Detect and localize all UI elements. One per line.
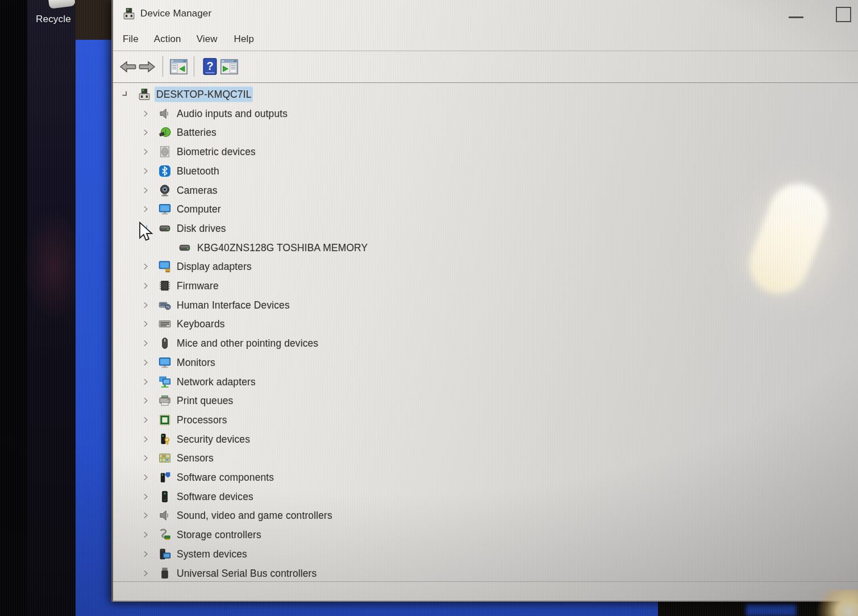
tree-item-sound-video-and-game-controllers[interactable]: Sound, video and game controllers [113,506,858,525]
minimize-button[interactable] [784,8,809,24]
tree-item-display-adapters[interactable]: Display adapters [113,257,858,276]
battery-icon [159,126,171,139]
tree-item-print-queues[interactable]: Print queues [113,391,858,410]
chevron-right-icon[interactable] [141,128,150,137]
tree-item-label[interactable]: Mice and other pointing devices [177,338,318,349]
chevron-right-icon[interactable] [141,550,150,558]
menu-action[interactable]: Action [154,34,181,45]
chevron-right-icon[interactable] [141,377,150,386]
photographed-screen: Recycle Device Manager FileActionViewHel… [0,0,858,616]
firmware-chip-icon [159,280,171,292]
tree-item-human-interface-devices[interactable]: Human Interface Devices [113,295,858,315]
chevron-right-icon[interactable] [141,282,150,290]
chevron-right-icon[interactable] [141,358,150,367]
chevron-right-icon[interactable] [141,415,150,424]
help-button[interactable]: ? [200,56,219,77]
security-key-icon [159,433,171,446]
tree-item-system-devices[interactable]: System devices [113,544,858,564]
tree-item-label[interactable]: Software components [177,472,274,484]
tree-item-label[interactable]: Human Interface Devices [177,299,290,311]
sensor-icon [159,452,171,464]
tree-item-desktop-kmqc7il[interactable]: DESKTOP-KMQC7IL [113,85,858,104]
disk-icon [159,222,171,235]
menu-help[interactable]: Help [234,34,254,45]
chevron-right-icon[interactable] [141,167,150,175]
tree-item-label[interactable]: Print queues [177,395,233,407]
tree-item-label[interactable]: Monitors [177,356,215,368]
tree-item-label[interactable]: Audio inputs and outputs [177,107,288,119]
chevron-right-icon[interactable] [141,186,150,194]
chevron-right-icon[interactable] [141,569,150,577]
tree-item-label[interactable]: Computer [177,203,221,215]
chevron-right-icon[interactable] [141,492,150,501]
recycle-bin-label[interactable]: Recycle [36,14,71,25]
tree-item-mice-and-other-pointing-devices[interactable]: Mice and other pointing devices [113,334,858,353]
tree-item-software-components[interactable]: Software components [113,468,858,487]
tree-item-label[interactable]: Batteries [177,127,216,139]
tree-item-audio-inputs-and-outputs[interactable]: Audio inputs and outputs [113,104,858,123]
tree-item-kbg40zns128g-toshiba-memory[interactable]: KBG40ZNS128G TOSHIBA MEMORY [113,238,858,257]
tree-item-label[interactable]: Biometric devices [177,146,256,158]
show-console-tree-button[interactable] [169,56,188,77]
back-button[interactable] [118,56,138,77]
tree-item-storage-controllers[interactable]: Storage controllers [113,525,858,544]
tree-item-software-devices[interactable]: Software devices [113,487,858,506]
tree-item-label[interactable]: Processors [177,414,227,426]
chevron-right-icon[interactable] [141,205,150,214]
tree-item-label[interactable]: DESKTOP-KMQC7IL [156,89,251,101]
action-pane-button[interactable] [219,56,239,77]
tree-item-label[interactable]: Storage controllers [177,529,261,541]
tree-item-label[interactable]: Bluetooth [177,165,219,177]
tree-item-batteries[interactable]: Batteries [113,123,858,142]
svg-text:?: ? [206,60,213,72]
tree-item-biometric-devices[interactable]: Biometric devices [113,142,858,161]
tree-item-keyboards[interactable]: Keyboards [113,314,858,334]
keyboard-icon [159,318,171,330]
tree-item-label[interactable]: Display adapters [177,261,252,273]
forward-button[interactable] [138,56,157,77]
tree-item-label[interactable]: Security devices [177,433,250,445]
tree-item-label[interactable]: Network adapters [177,376,256,388]
tree-item-label[interactable]: KBG40ZNS128G TOSHIBA MEMORY [197,242,368,253]
chevron-right-icon[interactable] [141,301,150,309]
tree-item-label[interactable]: System devices [177,548,247,560]
chevron-right-icon[interactable] [141,320,150,328]
tree-item-label[interactable]: Sound, video and game controllers [177,510,332,522]
chevron-expanded-hover-icon[interactable] [141,224,150,232]
tree-item-security-devices[interactable]: Security devices [113,430,858,449]
chevron-right-icon[interactable] [141,473,150,482]
tree-item-sensors[interactable]: Sensors [113,448,858,468]
tree-item-network-adapters[interactable]: Network adapters [113,372,858,392]
chevron-right-icon[interactable] [141,511,150,520]
chevron-right-icon[interactable] [141,435,150,443]
tree-item-universal-serial-bus-controllers[interactable]: Universal Serial Bus controllers [113,564,858,582]
chevron-right-icon[interactable] [141,454,150,463]
tree-item-label[interactable]: Disk drives [177,222,226,234]
tree-item-processors[interactable]: Processors [113,410,858,430]
tree-item-label[interactable]: Cameras [177,184,218,196]
chevron-right-icon[interactable] [141,148,150,156]
tree-item-bluetooth[interactable]: Bluetooth [113,161,858,181]
tree-item-monitors[interactable]: Monitors [113,353,858,372]
maximize-button[interactable] [831,3,855,25]
tree-item-firmware[interactable]: Firmware [113,276,858,295]
tree-item-disk-drives[interactable]: Disk drives [113,219,858,238]
chevron-expanded-icon[interactable] [121,90,130,99]
tree-item-label[interactable]: Firmware [177,280,219,292]
speaker-icon [159,509,171,522]
display-adapter-icon [159,260,171,273]
tree-item-computer[interactable]: Computer [113,199,858,219]
tree-item-label[interactable]: Universal Serial Bus controllers [177,567,316,579]
tree-item-label[interactable]: Software devices [177,490,253,502]
chevron-right-icon[interactable] [141,397,150,405]
chevron-right-icon[interactable] [141,263,150,271]
chevron-right-icon[interactable] [141,109,150,118]
tree-item-cameras[interactable]: Cameras [113,181,858,200]
menu-file[interactable]: File [123,34,139,45]
chevron-right-icon[interactable] [141,339,150,348]
chevron-right-icon[interactable] [141,531,150,539]
tree-item-label[interactable]: Keyboards [177,318,225,330]
processor-icon [159,414,171,426]
menu-view[interactable]: View [197,34,218,45]
tree-item-label[interactable]: Sensors [177,452,214,464]
